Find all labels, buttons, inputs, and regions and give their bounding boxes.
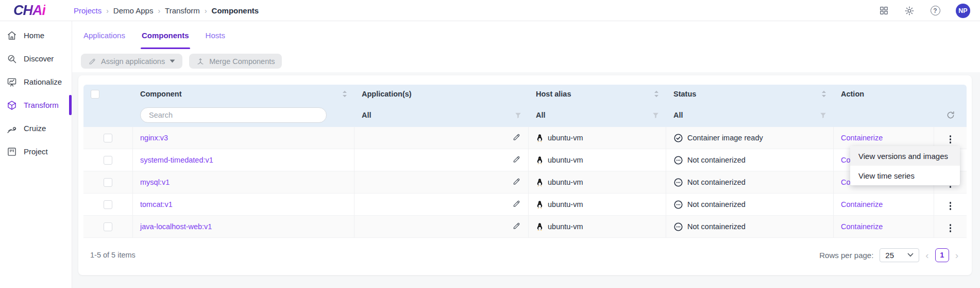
containerize-link[interactable]: Containerize — [841, 134, 883, 142]
pending-circle-icon — [673, 155, 683, 165]
refresh-icon[interactable] — [941, 110, 959, 120]
transform-icon — [7, 100, 17, 110]
previous-page-icon[interactable]: ‹ — [924, 250, 930, 260]
containerize-link[interactable]: Containerize — [841, 200, 883, 209]
sidebar-item-home[interactable]: Home — [0, 24, 72, 47]
pending-circle-icon — [673, 178, 683, 187]
row-checkbox[interactable] — [104, 156, 112, 165]
merge-components-button[interactable]: Merge Components — [189, 54, 282, 69]
sidebar-item-transform[interactable]: Transform — [0, 93, 72, 117]
sidebar: Home Discover Rationalize Transform Crui… — [0, 21, 72, 288]
sidebar-item-project[interactable]: Project — [0, 140, 72, 163]
linux-penguin-icon — [536, 134, 544, 142]
host-alias-label: ubuntu-vm — [548, 134, 583, 142]
pencil-icon — [88, 57, 96, 66]
toolbar: Assign applications Merge Components — [81, 54, 282, 69]
host-alias-label: ubuntu-vm — [548, 156, 583, 164]
component-link[interactable]: mysql:v1 — [140, 178, 170, 186]
row-checkbox[interactable] — [104, 178, 112, 187]
status-label: Not containerized — [687, 200, 746, 209]
breadcrumb-projects[interactable]: Projects — [74, 6, 102, 15]
assign-applications-button[interactable]: Assign applications — [81, 54, 182, 69]
edit-applications-pencil-icon[interactable] — [512, 177, 521, 186]
rows-per-page-select[interactable]: 25 — [880, 248, 919, 262]
tab-applications[interactable]: Applications — [82, 21, 126, 49]
menu-item-view-time-series[interactable]: View time series — [850, 166, 960, 185]
main-area: ApplicationsComponentsHosts Assign appli… — [72, 21, 980, 288]
sort-icon[interactable] — [654, 90, 659, 98]
row-checkbox[interactable] — [104, 134, 112, 142]
applications-filter[interactable]: All — [354, 103, 529, 127]
menu-item-view-versions-and-images[interactable]: View versions and images — [850, 146, 960, 166]
status-label: Not containerized — [687, 178, 746, 186]
column-header-applications: Application(s) — [354, 85, 529, 103]
component-search-input[interactable] — [140, 107, 327, 123]
breadcrumb-separator: › — [205, 7, 207, 15]
discover-icon — [7, 54, 17, 64]
containerize-link[interactable]: Containerize — [841, 222, 883, 231]
avatar[interactable]: NP — [956, 4, 970, 18]
chevron-down-icon — [170, 59, 175, 63]
filter-funnel-icon[interactable] — [652, 112, 659, 119]
component-link[interactable]: systemd-timedated:v1 — [140, 156, 213, 164]
component-link[interactable]: java-localhost-web:v1 — [140, 222, 212, 231]
rows-per-page-label: Rows per page: — [819, 251, 873, 260]
home-icon — [7, 30, 17, 41]
chevron-down-icon — [907, 253, 914, 257]
table-body: nginx:v3 ubuntu-vm — [83, 127, 967, 238]
select-all-checkbox[interactable] — [91, 90, 99, 99]
chai-logo[interactable]: CHAi — [13, 3, 45, 19]
edit-applications-pencil-icon[interactable] — [512, 133, 521, 141]
components-table-card: Component Application(s) Host alias — [78, 75, 972, 275]
select-all-header — [83, 85, 133, 103]
linux-penguin-icon — [536, 222, 544, 231]
tab-hosts[interactable]: Hosts — [205, 21, 226, 49]
items-count: 1-5 of 5 items — [90, 251, 136, 259]
breadcrumb-transform[interactable]: Transform — [165, 6, 200, 15]
breadcrumb-separator: › — [158, 7, 160, 15]
components-table: Component Application(s) Host alias — [83, 85, 967, 238]
apps-grid-icon[interactable] — [878, 6, 889, 16]
status-label: Container image ready — [687, 134, 763, 142]
pending-circle-icon — [673, 200, 683, 210]
row-checkbox[interactable] — [104, 200, 112, 209]
sort-icon[interactable] — [342, 90, 347, 98]
table-row: mysql:v1 ubuntu-vm — [83, 171, 967, 194]
check-circle-icon — [673, 133, 683, 143]
column-header-status: Status — [666, 85, 834, 103]
breadcrumb-demo-apps[interactable]: Demo Apps — [113, 6, 154, 15]
component-link[interactable]: tomcat:v1 — [140, 200, 173, 209]
rationalize-icon — [7, 77, 17, 87]
component-link[interactable]: nginx:v3 — [140, 134, 168, 142]
tab-components[interactable]: Components — [141, 21, 190, 49]
kebab-menu-icon[interactable] — [947, 200, 955, 212]
status-label: Not containerized — [687, 156, 746, 164]
edit-applications-pencil-icon[interactable] — [512, 155, 521, 164]
filter-funnel-icon[interactable] — [515, 112, 521, 119]
kebab-menu-icon[interactable] — [947, 133, 955, 146]
breadcrumb-components: Components — [212, 6, 259, 15]
status-filter[interactable]: All — [666, 103, 834, 127]
host-alias-filter[interactable]: All — [529, 103, 666, 127]
row-checkbox[interactable] — [104, 222, 112, 231]
cruize-icon — [7, 123, 17, 134]
sort-icon[interactable] — [821, 90, 826, 98]
column-header-action: Action — [834, 85, 934, 103]
linux-penguin-icon — [536, 200, 544, 209]
table-row: systemd-timedated:v1 u — [83, 149, 967, 171]
current-page-button[interactable]: 1 — [935, 248, 949, 262]
linux-penguin-icon — [536, 156, 544, 165]
filter-funnel-icon[interactable] — [820, 112, 826, 119]
kebab-menu-icon[interactable] — [947, 222, 955, 234]
help-icon[interactable]: ? — [930, 6, 940, 16]
next-page-icon[interactable]: › — [954, 250, 959, 260]
merge-icon — [196, 57, 205, 66]
host-alias-label: ubuntu-vm — [548, 222, 583, 231]
edit-applications-pencil-icon[interactable] — [512, 221, 521, 230]
table-footer: 1-5 of 5 items Rows per page: 25 ‹ 1 › — [78, 238, 972, 275]
settings-gear-icon[interactable] — [904, 6, 915, 16]
sidebar-item-discover[interactable]: Discover — [0, 47, 72, 70]
sidebar-item-rationalize[interactable]: Rationalize — [0, 70, 72, 93]
sidebar-item-cruize[interactable]: Cruize — [0, 117, 72, 140]
edit-applications-pencil-icon[interactable] — [512, 199, 521, 208]
